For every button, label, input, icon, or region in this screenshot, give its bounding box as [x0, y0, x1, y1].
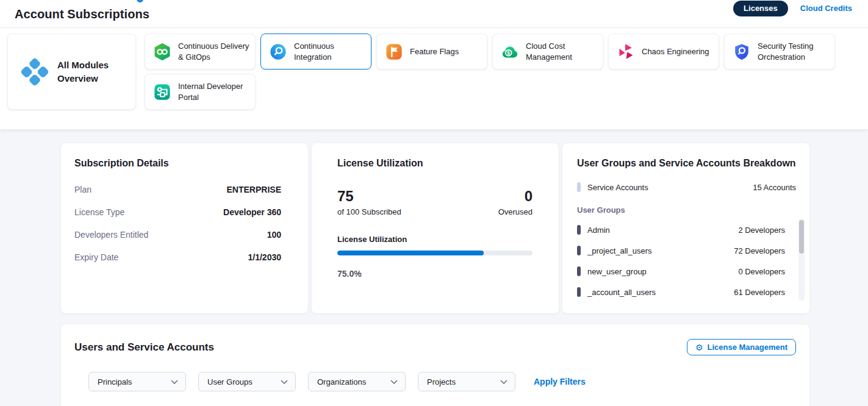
- organizations-dropdown[interactable]: Organizations: [308, 372, 406, 391]
- principals-dropdown[interactable]: Principals: [88, 372, 186, 391]
- cloud-credits-tab[interactable]: Cloud Credits: [800, 4, 852, 13]
- module-card-cd-gitops[interactable]: Continuous Delivery & GitOps: [145, 34, 256, 69]
- help-icon[interactable]: [137, 0, 143, 2]
- module-label: Feature Flags: [410, 46, 487, 57]
- module-card-security-testing[interactable]: Security Testing Orchestration: [724, 34, 835, 69]
- chevron-down-icon: [281, 380, 288, 384]
- row-value: Developer 360: [223, 207, 281, 217]
- group-name: Admin: [587, 226, 610, 235]
- user-groups-dropdown[interactable]: User Groups: [198, 372, 296, 391]
- module-label: Cloud Cost Management: [526, 41, 603, 62]
- group-bullet-icon: [577, 246, 581, 255]
- module-label: Continuous Integration: [294, 41, 371, 62]
- subscription-row-plan: Plan ENTERPRISE: [74, 185, 281, 194]
- cloud-cost-icon: $: [501, 43, 519, 61]
- utilization-percent: 75.0%: [337, 269, 533, 279]
- subscription-details-title: Subscription Details: [74, 158, 281, 169]
- module-card-feature-flags[interactable]: Feature Flags: [376, 34, 487, 69]
- row-label: Plan: [74, 185, 91, 194]
- filters-row: Principals User Groups Organizations Pro…: [88, 372, 796, 391]
- chevron-down-icon: [390, 380, 398, 384]
- user-groups-list[interactable]: Admin 2 Developers _project_all_users 72…: [577, 219, 796, 302]
- row-value: 1/1/2030: [248, 252, 282, 262]
- chaos-icon: [617, 43, 635, 61]
- utilization-progress-track: [337, 251, 533, 255]
- module-selector-strip: All Modules Overview Continuous Delivery…: [0, 28, 868, 129]
- group-name: _account_all_users: [587, 288, 656, 297]
- module-grid: Continuous Delivery & GitOps Continuous …: [145, 34, 846, 129]
- license-management-label: License Management: [708, 343, 788, 352]
- license-management-button[interactable]: ⚙ License Management: [687, 339, 796, 355]
- license-utilization-card: License Utilization 75 of 100 Subscribed…: [312, 143, 559, 313]
- module-label: Continuous Delivery & GitOps: [178, 41, 255, 62]
- subscription-row-expiry-date: Expiry Date 1/1/2030: [74, 252, 281, 262]
- user-group-row: Admin 2 Developers: [577, 219, 785, 240]
- groups-scrollbar-thumb[interactable]: [799, 220, 804, 254]
- breakdown-card: User Groups and Service Accounts Breakdo…: [562, 143, 809, 313]
- chevron-down-icon: [500, 380, 508, 384]
- subscribed-block: 75 of 100 Subscribed: [337, 188, 401, 216]
- all-modules-icon: [20, 57, 49, 87]
- subscription-row-license-type: License Type Developer 360: [74, 207, 281, 217]
- licenses-tab[interactable]: Licenses: [733, 1, 788, 16]
- overused-block: 0 Overused: [498, 188, 533, 216]
- user-groups-heading: User Groups: [577, 205, 796, 215]
- group-value: 61 Developers: [734, 288, 785, 297]
- user-group-row: _account_all_users 61 Developers: [577, 282, 785, 302]
- groups-scrollbar-track[interactable]: [798, 218, 805, 301]
- internal-dev-portal-icon: [153, 83, 171, 101]
- user-group-row: _project_all_users 72 Developers: [577, 240, 785, 261]
- service-accounts-label: Service Accounts: [587, 183, 648, 192]
- module-label: Security Testing Orchestration: [758, 41, 834, 62]
- row-label: Expiry Date: [74, 252, 118, 262]
- breakdown-title: User Groups and Service Accounts Breakdo…: [577, 158, 796, 169]
- module-label: Chaos Engineering: [642, 46, 719, 57]
- users-section-title: Users and Service Accounts: [74, 341, 214, 354]
- utilization-progress-fill: [337, 251, 484, 255]
- dropdown-label: User Groups: [207, 377, 253, 386]
- svg-text:$: $: [507, 49, 510, 55]
- module-card-internal-developer-portal[interactable]: Internal Developer Portal: [145, 74, 256, 110]
- module-card-continuous-integration[interactable]: Continuous Integration: [260, 34, 371, 69]
- feature-flags-icon: [385, 43, 403, 61]
- security-testing-icon: [733, 43, 751, 61]
- utilization-numbers: 75 of 100 Subscribed 0 Overused: [337, 188, 533, 216]
- header-controls: Licenses Cloud Credits: [733, 0, 852, 16]
- module-card-cloud-cost[interactable]: $ Cloud Cost Management: [492, 34, 603, 69]
- dropdown-label: Principals: [98, 377, 132, 386]
- group-value: 2 Developers: [738, 226, 785, 235]
- service-accounts-bullet-icon: [577, 182, 581, 192]
- apply-filters-link[interactable]: Apply Filters: [534, 377, 586, 386]
- row-value: 100: [267, 230, 281, 240]
- all-modules-overview-label: All Modules Overview: [57, 59, 115, 85]
- license-utilization-title: License Utilization: [337, 158, 533, 169]
- utilization-bar-label: License Utilization: [337, 235, 533, 244]
- overused-caption: Overused: [498, 207, 533, 216]
- group-value: 72 Developers: [734, 246, 785, 255]
- gear-icon: ⚙: [695, 343, 703, 352]
- projects-dropdown[interactable]: Projects: [418, 372, 515, 391]
- subscription-details-card: Subscription Details Plan ENTERPRISE Lic…: [61, 143, 308, 313]
- subscribed-caption: of 100 Subscribed: [337, 207, 401, 216]
- summary-cards-row: Subscription Details Plan ENTERPRISE Lic…: [61, 143, 809, 313]
- group-bullet-icon: [577, 266, 581, 276]
- overused-count: 0: [498, 188, 533, 204]
- all-modules-overview-card[interactable]: All Modules Overview: [7, 34, 136, 110]
- row-label: License Type: [74, 207, 124, 217]
- service-accounts-row: Service Accounts 15 Accounts: [577, 182, 796, 192]
- row-value: ENTERPRISE: [227, 185, 281, 194]
- group-name: new_user_group: [587, 267, 647, 276]
- row-label: Developers Entitled: [74, 230, 148, 240]
- chevron-down-icon: [171, 380, 178, 384]
- users-service-accounts-card: Users and Service Accounts ⚙ License Man…: [61, 324, 809, 406]
- group-value: 0 Developers: [738, 267, 785, 276]
- module-card-chaos-engineering[interactable]: Chaos Engineering: [608, 34, 719, 69]
- group-bullet-icon: [577, 287, 581, 297]
- cd-gitops-icon: [153, 43, 171, 61]
- dropdown-label: Organizations: [317, 377, 366, 386]
- service-accounts-value: 15 Accounts: [753, 183, 796, 192]
- dropdown-label: Projects: [427, 377, 456, 386]
- users-section-header: Users and Service Accounts ⚙ License Man…: [74, 339, 796, 355]
- module-label: Internal Developer Portal: [178, 81, 255, 102]
- user-group-row: new_user_group 0 Developers: [577, 261, 785, 282]
